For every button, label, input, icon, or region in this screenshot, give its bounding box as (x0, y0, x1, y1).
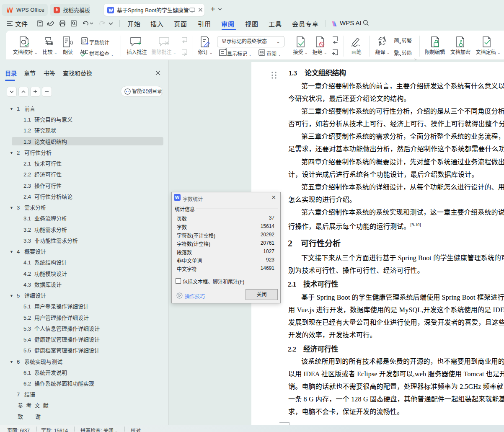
svg-text:繁: 繁 (394, 50, 399, 56)
svg-text:简: 简 (394, 37, 399, 44)
svg-text:W: W (7, 7, 13, 13)
